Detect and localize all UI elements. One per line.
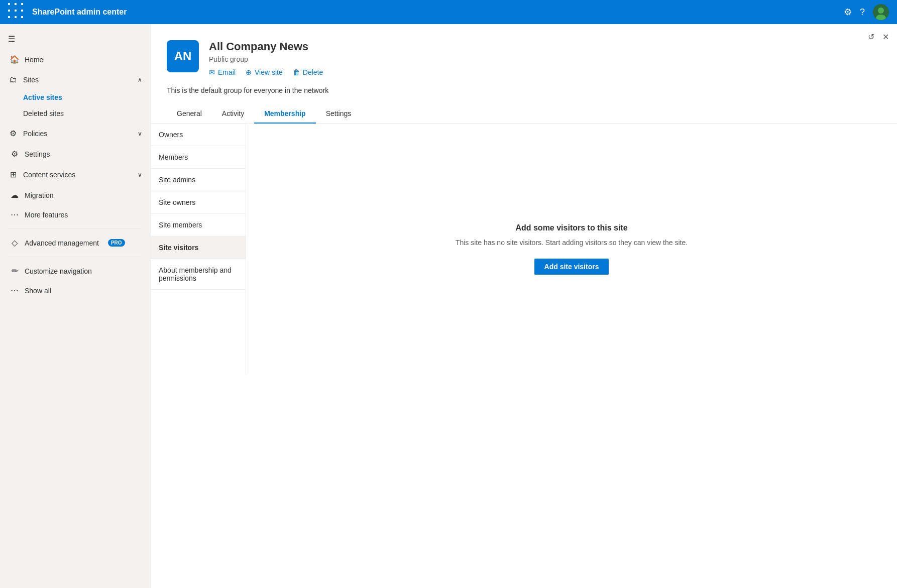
site-type: Public group (209, 55, 881, 63)
policies-chevron-icon: ∨ (138, 130, 142, 137)
deleted-sites-label: Deleted sites (23, 109, 64, 117)
more-features-icon: ⋯ (10, 210, 20, 219)
close-button[interactable]: ✕ (882, 32, 889, 42)
pencil-icon: ✏ (10, 266, 20, 276)
ellipsis-icon: ⋯ (10, 286, 20, 295)
sidebar-item-show-all[interactable]: ⋯ Show all (0, 281, 150, 300)
sidebar-item-home[interactable]: 🏠 Home (0, 50, 150, 69)
sidebar-show-all-label: Show all (25, 287, 51, 295)
sidebar: ☰ 🏠 Home 🗂 Sites ∧ Active sites Deleted … (0, 24, 151, 588)
sidebar-item-active-sites[interactable]: Active sites (0, 89, 150, 105)
delete-button[interactable]: 🗑 Delete (293, 68, 323, 76)
empty-state-title: Add some visitors to this site (515, 223, 627, 232)
view-site-icon: ⊕ (246, 68, 252, 76)
add-site-visitors-button[interactable]: Add site visitors (534, 259, 609, 275)
sidebar-settings-label: Settings (25, 150, 50, 158)
migration-icon: ☁ (10, 190, 20, 200)
site-actions: ✉ Email ⊕ View site 🗑 Delete (209, 68, 881, 76)
tab-activity[interactable]: Activity (212, 104, 254, 124)
diamond-icon: ◇ (10, 238, 20, 248)
home-icon: 🏠 (10, 55, 20, 64)
email-icon: ✉ (209, 68, 215, 76)
app-title: SharePoint admin center (32, 8, 838, 17)
sidebar-group-sites: 🗂 Sites ∧ Active sites Deleted sites (0, 69, 150, 123)
sidebar-item-customize-navigation[interactable]: ✏ Customize navigation (0, 261, 150, 281)
top-navigation: SharePoint admin center ⚙ ? (0, 0, 897, 24)
sidebar-group-content-services: ⊞ Content services ∨ (0, 164, 150, 185)
topnav-icons: ⚙ ? (844, 4, 889, 20)
panel-controls: ↺ ✕ (868, 32, 889, 42)
sidebar-item-settings[interactable]: ⚙ Settings (0, 144, 150, 164)
tabs-bar: General Activity Membership Settings (151, 94, 897, 124)
sidebar-item-advanced-management[interactable]: ◇ Advanced management PRO (0, 233, 150, 253)
site-avatar: AN (167, 40, 199, 72)
settings-icon[interactable]: ⚙ (844, 7, 852, 18)
svg-point-1 (878, 8, 884, 14)
membership-layout: Owners Members Site admins Site owners S… (151, 124, 897, 375)
sidebar-customize-nav-label: Customize navigation (25, 267, 92, 275)
site-info: All Company News Public group ✉ Email ⊕ … (209, 40, 881, 76)
refresh-button[interactable]: ↺ (868, 32, 874, 42)
delete-icon: 🗑 (293, 68, 300, 76)
sidebar-home-label: Home (25, 56, 43, 64)
membership-nav-about[interactable]: About membership and permissions (151, 259, 246, 290)
sidebar-content-services-label: Content services (23, 171, 75, 179)
empty-state-description: This site has no site visitors. Start ad… (456, 239, 688, 247)
sidebar-sites-header[interactable]: 🗂 Sites ∧ (0, 70, 150, 89)
sidebar-group-policies: ⚙ Policies ∨ (0, 123, 150, 144)
view-site-button[interactable]: ⊕ View site (246, 68, 283, 76)
tab-membership[interactable]: Membership (254, 104, 315, 124)
sidebar-policies-header[interactable]: ⚙ Policies ∨ (0, 124, 150, 143)
sidebar-item-deleted-sites[interactable]: Deleted sites (0, 105, 150, 122)
email-button[interactable]: ✉ Email (209, 68, 236, 76)
hamburger-button[interactable]: ☰ (0, 28, 150, 50)
settings-gear-icon: ⚙ (10, 149, 20, 159)
sidebar-migration-label: Migration (25, 191, 54, 199)
view-site-label: View site (255, 68, 283, 76)
policies-icon: ⚙ (8, 129, 18, 138)
site-avatar-initials: AN (174, 49, 192, 63)
content-services-chevron-icon: ∨ (138, 171, 142, 178)
sidebar-divider-2 (8, 257, 142, 257)
membership-nav-site-visitors[interactable]: Site visitors (151, 237, 246, 259)
help-icon[interactable]: ? (860, 7, 865, 18)
app-grid-icon[interactable] (8, 3, 26, 21)
sidebar-item-more-features[interactable]: ⋯ More features (0, 205, 150, 224)
membership-nav-site-members[interactable]: Site members (151, 214, 246, 237)
site-description: This is the default group for everyone i… (151, 76, 897, 94)
main-panel: ↺ ✕ AN All Company News Public group ✉ E… (151, 24, 897, 588)
sidebar-more-features-label: More features (25, 211, 68, 219)
sites-chevron-icon: ∧ (138, 76, 142, 83)
sidebar-content-services-header[interactable]: ⊞ Content services ∨ (0, 165, 150, 184)
sidebar-advanced-management-label: Advanced management (25, 239, 99, 247)
delete-label: Delete (303, 68, 323, 76)
tab-general[interactable]: General (167, 104, 212, 124)
sidebar-divider (8, 228, 142, 229)
site-name: All Company News (209, 40, 881, 53)
membership-nav: Owners Members Site admins Site owners S… (151, 124, 246, 375)
site-header: AN All Company News Public group ✉ Email… (151, 24, 897, 76)
tab-settings[interactable]: Settings (316, 104, 362, 124)
sidebar-sites-label: Sites (23, 76, 39, 84)
sites-icon: 🗂 (8, 75, 18, 84)
content-services-icon: ⊞ (8, 170, 18, 179)
membership-nav-site-admins[interactable]: Site admins (151, 169, 246, 191)
membership-nav-site-owners[interactable]: Site owners (151, 191, 246, 214)
active-sites-label: Active sites (23, 93, 62, 101)
membership-nav-owners[interactable]: Owners (151, 124, 246, 146)
sidebar-item-migration[interactable]: ☁ Migration (0, 185, 150, 205)
pro-badge: PRO (108, 239, 125, 247)
site-visitors-content: Add some visitors to this site This site… (246, 124, 897, 375)
email-label: Email (218, 68, 236, 76)
main-layout: ☰ 🏠 Home 🗂 Sites ∧ Active sites Deleted … (0, 24, 897, 588)
sidebar-policies-label: Policies (23, 130, 47, 138)
user-avatar[interactable] (873, 4, 889, 20)
membership-nav-members[interactable]: Members (151, 146, 246, 169)
